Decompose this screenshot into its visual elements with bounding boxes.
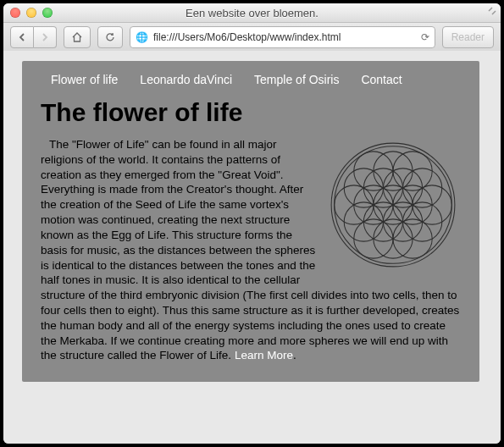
traffic-lights (10, 8, 53, 18)
page-content: Flower of life Leonardo daVinci Temple o… (22, 61, 479, 382)
page-title: The flower of life (41, 98, 479, 127)
nav-link-osiris[interactable]: Temple of Osiris (254, 73, 339, 86)
forward-button[interactable] (34, 26, 57, 48)
site-icon: 🌐 (136, 31, 148, 43)
reader-button[interactable]: Reader (442, 26, 494, 48)
nav-link-contact[interactable]: Contact (361, 73, 402, 86)
flower-of-life-image (325, 137, 461, 273)
article-body: The "Flower of Life" can be found in all… (22, 137, 479, 363)
toolbar: 🌐 file:///Users/Mo6/Desktop/www/index.ht… (3, 23, 501, 52)
zoom-button[interactable] (42, 8, 53, 18)
minimize-button[interactable] (26, 8, 36, 18)
learn-more-link[interactable]: Learn More (235, 349, 293, 361)
nav-buttons (10, 26, 57, 48)
fullscreen-icon[interactable] (487, 7, 497, 17)
site-nav: Flower of life Leonardo daVinci Temple o… (22, 61, 479, 93)
article-period: . (293, 349, 296, 361)
address-bar[interactable]: 🌐 file:///Users/Mo6/Desktop/www/index.ht… (130, 26, 435, 48)
reload-button[interactable] (97, 26, 123, 48)
desktop: Een website over bloemen. 🌐 (0, 0, 504, 447)
close-button[interactable] (10, 8, 20, 18)
nav-link-leonardo[interactable]: Leonardo daVinci (140, 73, 232, 86)
url-text: file:///Users/Mo6/Desktop/www/index.html (153, 31, 416, 43)
reload-icon[interactable]: ⟳ (421, 31, 429, 43)
back-button[interactable] (10, 26, 34, 48)
nav-link-flower[interactable]: Flower of life (51, 73, 118, 86)
browser-window: Een website over bloemen. 🌐 (3, 3, 501, 444)
titlebar: Een website over bloemen. (3, 3, 501, 23)
home-button[interactable] (64, 26, 91, 48)
window-title: Een website over bloemen. (3, 7, 501, 19)
page-viewport: Flower of life Leonardo daVinci Temple o… (3, 51, 501, 444)
